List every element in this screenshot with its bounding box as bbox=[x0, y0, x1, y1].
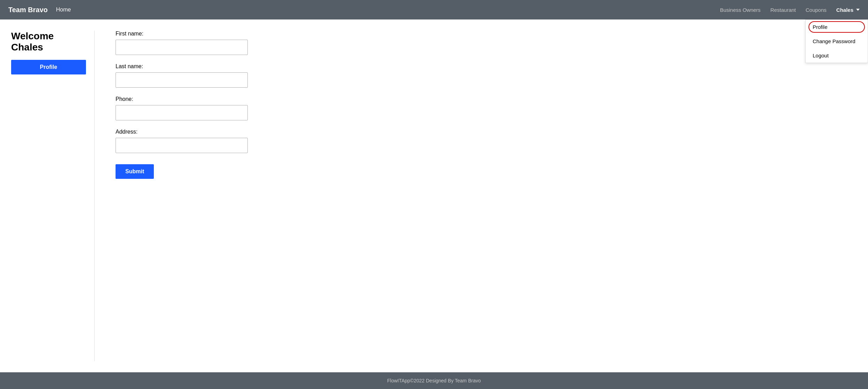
chevron-down-icon bbox=[856, 9, 860, 11]
phone-group: Phone: bbox=[116, 96, 303, 120]
nav-restaurant[interactable]: Restaurant bbox=[770, 7, 796, 13]
last-name-input[interactable] bbox=[116, 72, 248, 88]
address-input[interactable] bbox=[116, 138, 248, 153]
last-name-label: Last name: bbox=[116, 63, 303, 70]
first-name-group: First name: bbox=[116, 31, 303, 55]
brand-title: Team Bravo bbox=[8, 6, 48, 14]
user-menu-trigger[interactable]: Chales bbox=[836, 7, 860, 13]
nav-coupons[interactable]: Coupons bbox=[806, 7, 827, 13]
welcome-title: Welcome Chales bbox=[11, 31, 86, 53]
user-name-label: Chales bbox=[836, 7, 853, 13]
phone-label: Phone: bbox=[116, 96, 303, 102]
profile-form: First name: Last name: Phone: Address: S… bbox=[95, 31, 303, 361]
dropdown-item-profile[interactable]: Profile bbox=[806, 20, 868, 34]
profile-sidebar-button[interactable]: Profile bbox=[11, 60, 86, 74]
navbar: Team Bravo Home Business Owners Restaura… bbox=[0, 0, 868, 19]
address-label: Address: bbox=[116, 129, 303, 135]
phone-input[interactable] bbox=[116, 105, 248, 120]
address-group: Address: bbox=[116, 129, 303, 153]
dropdown-item-change-password[interactable]: Change Password bbox=[806, 34, 868, 48]
home-link[interactable]: Home bbox=[56, 7, 71, 13]
footer: FlowITApp©2022 Designed By Team Bravo bbox=[0, 372, 868, 389]
navbar-right: Business Owners Restaurant Coupons Chale… bbox=[720, 7, 860, 13]
main-content: Welcome Chales Profile First name: Last … bbox=[0, 19, 868, 372]
first-name-label: First name: bbox=[116, 31, 303, 37]
nav-business-owners[interactable]: Business Owners bbox=[720, 7, 761, 13]
user-dropdown-menu: Profile Change Password Logout bbox=[805, 19, 868, 63]
last-name-group: Last name: bbox=[116, 63, 303, 88]
dropdown-item-logout[interactable]: Logout bbox=[806, 48, 868, 63]
submit-button[interactable]: Submit bbox=[116, 164, 154, 179]
sidebar: Welcome Chales Profile bbox=[11, 31, 95, 361]
footer-text: FlowITApp©2022 Designed By Team Bravo bbox=[387, 378, 481, 383]
first-name-input[interactable] bbox=[116, 40, 248, 55]
